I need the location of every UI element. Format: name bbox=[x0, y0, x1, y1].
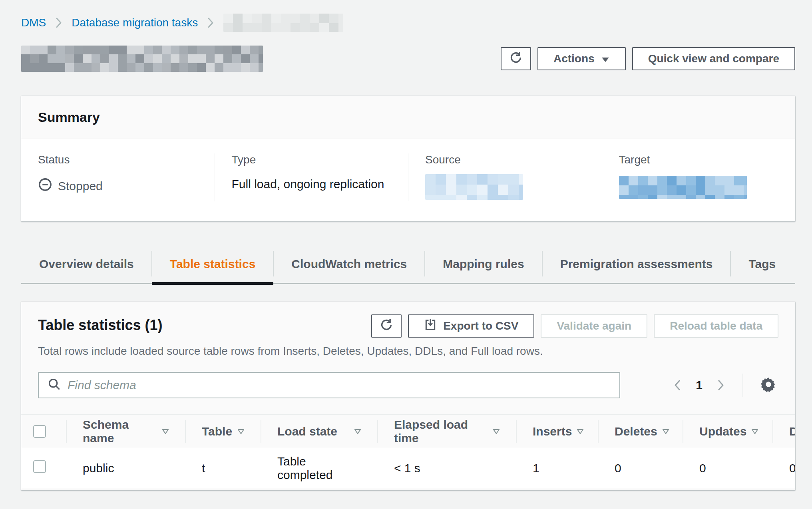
breadcrumb-link-dms[interactable]: DMS bbox=[21, 16, 46, 29]
column-header-inserts[interactable]: Inserts bbox=[516, 415, 598, 448]
table-header-row: Schema name Table Load state bbox=[21, 415, 795, 448]
header-actions: Actions Quick view and compare bbox=[501, 47, 795, 70]
column-header-elapsed-load-time[interactable]: Elapsed load time bbox=[377, 415, 516, 448]
summary-target-column: Target bbox=[602, 153, 796, 201]
refresh-button[interactable] bbox=[501, 47, 531, 70]
quick-view-and-compare-button[interactable]: Quick view and compare bbox=[632, 47, 795, 70]
download-icon bbox=[424, 318, 437, 334]
column-header-ddls-clipped[interactable]: D bbox=[772, 415, 795, 448]
current-page-number[interactable]: 1 bbox=[696, 378, 703, 392]
panel-title: Table statistics (1) bbox=[38, 314, 162, 334]
summary-status-column: Status Stopped bbox=[21, 153, 215, 201]
target-label: Target bbox=[619, 153, 796, 166]
row-select-cell bbox=[21, 460, 66, 476]
cell-schema-name: public bbox=[66, 461, 185, 475]
summary-card: Summary Status Stopped Type Full load, o… bbox=[21, 96, 795, 221]
summary-card-body: Status Stopped Type Full load, ongoing r… bbox=[21, 139, 795, 221]
sort-triangle-icon bbox=[162, 429, 169, 434]
panel-top: Table statistics (1) Export to CSV bbox=[21, 302, 795, 398]
reload-label: Reload table data bbox=[670, 320, 762, 332]
sort-triangle-icon bbox=[237, 429, 245, 434]
tab-tags[interactable]: Tags bbox=[730, 249, 794, 283]
previous-page-button[interactable] bbox=[671, 377, 684, 393]
table-refresh-button[interactable] bbox=[371, 314, 402, 338]
table-statistics-table: Schema name Table Load state bbox=[21, 414, 795, 488]
search-icon bbox=[48, 378, 61, 393]
actions-button[interactable]: Actions bbox=[537, 47, 626, 70]
gear-icon bbox=[760, 376, 777, 394]
target-link-redacted[interactable] bbox=[619, 176, 747, 199]
type-value: Full load, ongoing replication bbox=[232, 177, 408, 191]
table-row: public t Table completed < 1 s 1 0 0 0 bbox=[21, 448, 795, 488]
cell-updates: 0 bbox=[683, 461, 772, 475]
dms-task-page: DMS Database migration tasks Actions bbox=[0, 0, 812, 490]
breadcrumb-current-redacted bbox=[223, 14, 343, 32]
tab-premigration-assessments[interactable]: Premigration assessments bbox=[542, 249, 731, 283]
page-header: Actions Quick view and compare bbox=[21, 46, 795, 72]
breadcrumb-link-tasks[interactable]: Database migration tasks bbox=[72, 16, 198, 29]
schema-search-box[interactable] bbox=[38, 372, 620, 398]
sort-triangle-icon bbox=[493, 429, 500, 434]
sort-triangle-icon bbox=[751, 429, 758, 434]
cell-load-state: Table completed bbox=[261, 455, 377, 482]
search-row: 1 bbox=[38, 372, 778, 398]
sort-triangle-icon bbox=[577, 429, 584, 434]
pagination: 1 bbox=[671, 374, 778, 397]
status-text: Stopped bbox=[58, 179, 103, 193]
task-tabs: Overview details Table statistics CloudW… bbox=[21, 249, 795, 284]
tab-cloudwatch-metrics[interactable]: CloudWatch metrics bbox=[273, 249, 425, 283]
validate-label: Validate again bbox=[557, 320, 631, 332]
refresh-icon bbox=[509, 50, 523, 68]
page-title-redacted bbox=[21, 46, 263, 72]
chevron-right-icon bbox=[55, 17, 63, 29]
select-all-cell bbox=[21, 415, 66, 448]
cell-ddls-clipped: 0 bbox=[772, 461, 795, 475]
tab-overview-details[interactable]: Overview details bbox=[21, 249, 152, 283]
sort-triangle-icon bbox=[354, 429, 361, 434]
select-all-checkbox[interactable] bbox=[33, 425, 46, 438]
type-label: Type bbox=[232, 153, 408, 166]
cell-inserts: 1 bbox=[516, 461, 598, 475]
panel-actions: Export to CSV Validate again Reload tabl… bbox=[371, 314, 778, 338]
breadcrumb: DMS Database migration tasks bbox=[21, 14, 795, 32]
summary-card-title: Summary bbox=[21, 96, 795, 139]
refresh-icon bbox=[379, 318, 394, 335]
export-label: Export to CSV bbox=[443, 320, 518, 332]
preferences-button[interactable] bbox=[758, 375, 778, 395]
validate-again-button[interactable]: Validate again bbox=[541, 314, 647, 338]
circle-minus-icon bbox=[38, 177, 52, 195]
source-link-redacted[interactable] bbox=[425, 174, 523, 200]
column-header-deletes[interactable]: Deletes bbox=[598, 415, 683, 448]
find-schema-input[interactable] bbox=[68, 378, 611, 392]
cell-elapsed-load-time: < 1 s bbox=[377, 461, 516, 475]
panel-description: Total rows include loaded source table r… bbox=[38, 345, 778, 358]
table-statistics-panel: Table statistics (1) Export to CSV bbox=[21, 302, 795, 490]
reload-table-data-button[interactable]: Reload table data bbox=[654, 314, 778, 338]
tab-mapping-rules[interactable]: Mapping rules bbox=[425, 249, 542, 283]
caret-down-icon bbox=[601, 52, 610, 65]
export-to-csv-button[interactable]: Export to CSV bbox=[408, 314, 534, 338]
quick-view-label: Quick view and compare bbox=[648, 52, 779, 65]
cell-table: t bbox=[185, 461, 261, 475]
row-checkbox[interactable] bbox=[33, 460, 46, 473]
sort-triangle-icon bbox=[662, 429, 669, 434]
summary-source-column: Source bbox=[408, 153, 602, 201]
actions-button-label: Actions bbox=[553, 52, 595, 65]
tab-table-statistics[interactable]: Table statistics bbox=[152, 249, 274, 283]
summary-type-column: Type Full load, ongoing replication bbox=[215, 153, 408, 201]
next-page-button[interactable] bbox=[714, 377, 727, 393]
column-header-updates[interactable]: Updates bbox=[683, 415, 772, 448]
column-header-table[interactable]: Table bbox=[185, 415, 261, 448]
column-header-load-state[interactable]: Load state bbox=[261, 415, 377, 448]
chevron-right-icon bbox=[207, 17, 215, 29]
pager-divider bbox=[742, 374, 743, 397]
status-value: Stopped bbox=[38, 177, 215, 195]
source-label: Source bbox=[425, 153, 602, 166]
cell-deletes: 0 bbox=[598, 461, 683, 475]
column-header-schema-name[interactable]: Schema name bbox=[66, 415, 185, 448]
status-label: Status bbox=[38, 153, 215, 166]
